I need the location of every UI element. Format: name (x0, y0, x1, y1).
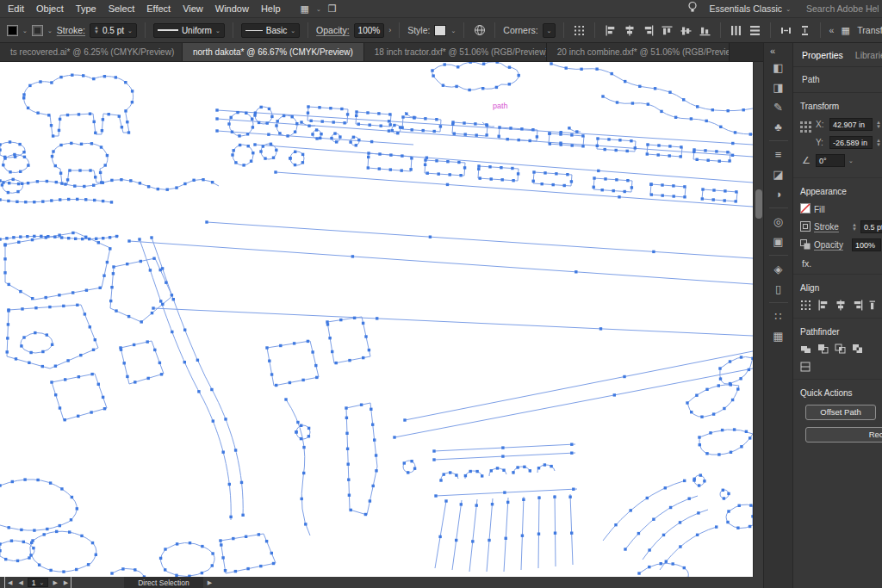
opacity-field[interactable]: 100% (354, 23, 385, 38)
align-vertical-center-icon[interactable] (679, 24, 693, 37)
vertical-scrollbar-thumb[interactable] (755, 189, 762, 219)
pathfinder-exclude-icon[interactable] (852, 344, 863, 356)
stroke-value-field[interactable]: 0.5 pt (860, 220, 882, 233)
tab-libraries[interactable]: Libraries (855, 50, 882, 60)
menu-select[interactable]: Select (102, 0, 141, 17)
x-stepper[interactable]: ▲▼ (876, 121, 881, 129)
x-position-field[interactable]: 42.907 in (829, 118, 873, 131)
appearance-icon[interactable]: ◎ (773, 212, 783, 232)
previous-artboard-button[interactable]: ◀ (16, 577, 24, 588)
menu-effect[interactable]: Effect (140, 0, 177, 17)
menu-object[interactable]: Object (30, 0, 70, 17)
stroke-swatch-chevron-icon[interactable]: ⌄ (47, 28, 53, 34)
graphic-styles-icon[interactable]: ▣ (773, 232, 783, 251)
y-position-field[interactable]: -26.589 in (829, 136, 873, 149)
search-input[interactable]: Search Adobe Help (803, 3, 879, 14)
status-bar-menu-arrow-icon[interactable]: ▶ (206, 577, 214, 588)
align-horizontal-left-icon[interactable] (603, 24, 618, 37)
collapse-control-icon[interactable]: « (829, 25, 834, 35)
style-chevron-icon[interactable]: ⌄ (450, 28, 456, 34)
y-stepper[interactable]: ▲▼ (876, 139, 881, 147)
first-artboard-button[interactable]: ◀ (4, 577, 14, 588)
recolor-button[interactable]: Recolor (805, 427, 882, 443)
stroke-weight-stepper[interactable]: ▲▼ (94, 26, 99, 34)
artboard-canvas[interactable]: path (0, 62, 753, 577)
symbols-icon[interactable]: ♣ (774, 117, 782, 137)
color-icon[interactable]: ◧ (773, 58, 783, 77)
distribute-spacing-vertical-icon[interactable] (798, 24, 812, 37)
opacity-label-link[interactable]: Opacity (814, 240, 848, 250)
pathfinder-intersect-icon[interactable] (835, 344, 846, 356)
color-guide-icon[interactable]: ◨ (773, 77, 783, 97)
align-vertical-bottom-icon[interactable] (698, 24, 712, 37)
corners-field[interactable]: ⌄ (543, 23, 556, 38)
vector-artwork[interactable]: path (0, 62, 753, 577)
layers-icon[interactable]: ◈ (774, 259, 783, 279)
align-horizontal-right-icon[interactable] (641, 24, 655, 37)
lightbulb-icon[interactable] (687, 1, 698, 16)
fill-color-swatch[interactable] (7, 25, 18, 36)
align-center-icon[interactable] (835, 300, 846, 313)
rotation-angle-field[interactable]: 0° (816, 154, 845, 167)
document-setup-globe-icon[interactable] (472, 24, 487, 37)
pathfinder-minus-front-icon[interactable] (817, 344, 829, 356)
collapse-panels-icon[interactable]: « (764, 43, 781, 58)
document-tab-tractor[interactable]: 18 inch tractor.dxf* @ 51.06% (RGB/Previ… (364, 43, 547, 61)
align-left-icon[interactable] (817, 300, 829, 313)
next-artboard-button[interactable]: ▶ (51, 577, 59, 588)
opacity-value-field[interactable]: 100% (852, 238, 881, 251)
distribute-spacing-horizontal-icon[interactable] (779, 24, 793, 37)
rotation-dropdown-chevron-icon[interactable]: ⌄ (848, 158, 854, 164)
align-top-icon[interactable] (869, 300, 875, 313)
opacity-chevron-icon[interactable]: › (388, 27, 391, 34)
reference-point-locator[interactable] (800, 121, 811, 133)
document-tab-recovered[interactable]: ts recovered.ai* @ 6.25% (CMYK/Preview) (0, 43, 183, 61)
pathfinder-unite-icon[interactable] (800, 344, 811, 356)
align-vertical-top-icon[interactable] (660, 24, 674, 37)
fill-none-swatch[interactable] (800, 203, 811, 215)
arrange-documents-chevron-icon[interactable]: ⌄ (316, 6, 321, 12)
brushes-icon[interactable]: ✎ (773, 97, 783, 117)
opacity-panel-link[interactable]: Opacity: (316, 25, 350, 35)
fill-swatch-chevron-icon[interactable]: ⌄ (22, 28, 28, 34)
align-to-selection-icon[interactable] (800, 300, 811, 313)
artboards-icon[interactable]: ▯ (775, 279, 781, 299)
variable-width-profile-dropdown[interactable]: Uniform ⌄ (153, 23, 225, 38)
workspace-switcher[interactable]: Essentials Classic ⌄ (710, 3, 792, 14)
menu-type[interactable]: Type (70, 0, 102, 17)
document-tab-north-dakota[interactable]: north dakota* @ 66.67% (CMYK/Preview) (183, 43, 364, 61)
align-panel-icon[interactable]: ∷ (774, 306, 781, 326)
arrange-documents-icon[interactable]: ▦ (301, 3, 309, 15)
stroke-label-link[interactable]: Stroke (814, 222, 848, 232)
pathfinder-expand-icon[interactable] (800, 362, 811, 374)
stroke-weight-chevron-icon[interactable]: ⌄ (127, 28, 133, 34)
tab-properties[interactable]: Properties (802, 50, 843, 60)
transform-panel-link[interactable]: Transform (857, 25, 882, 35)
menu-edit[interactable]: Edit (2, 0, 30, 17)
stroke-swatch[interactable] (800, 221, 811, 233)
menu-window[interactable]: Window (209, 0, 255, 17)
effects-fx-button[interactable]: fx. (800, 257, 875, 269)
stroke-icon[interactable]: ≡ (775, 145, 782, 164)
align-right-icon[interactable] (852, 300, 863, 313)
menu-view[interactable]: View (177, 0, 209, 17)
canvas-vertical-scrollbar[interactable] (753, 62, 763, 577)
menu-help[interactable]: Help (255, 0, 287, 17)
stroke-value-stepper[interactable]: ▲▼ (852, 223, 857, 232)
document-tab-combine[interactable]: 20 inch combine.dxf* @ 51.06% (RGB/Previ… (547, 43, 730, 61)
distribute-horizontal-icon[interactable] (729, 24, 743, 37)
last-artboard-button[interactable]: ▶ (62, 577, 71, 588)
distribute-vertical-icon[interactable] (748, 24, 762, 37)
brush-definition-dropdown[interactable]: Basic ⌄ (241, 23, 300, 38)
offset-path-button[interactable]: Offset Path (805, 405, 876, 420)
pathfinder-panel-icon[interactable]: ▦ (773, 326, 783, 346)
stroke-weight-field[interactable]: ▲▼ 0.5 pt ⌄ (90, 23, 137, 38)
gradient-icon[interactable]: ◪ (773, 164, 783, 184)
artboard-number-field[interactable]: 1 ⌄ (28, 578, 49, 587)
graphic-style-swatch[interactable] (434, 25, 446, 36)
document-window-icon[interactable]: ❒ (328, 3, 337, 15)
transparency-icon[interactable]: ◑ (775, 184, 782, 204)
align-horizontal-center-icon[interactable] (622, 24, 637, 37)
stroke-color-swatch[interactable] (32, 25, 43, 36)
align-to-grid-icon[interactable] (572, 24, 587, 37)
